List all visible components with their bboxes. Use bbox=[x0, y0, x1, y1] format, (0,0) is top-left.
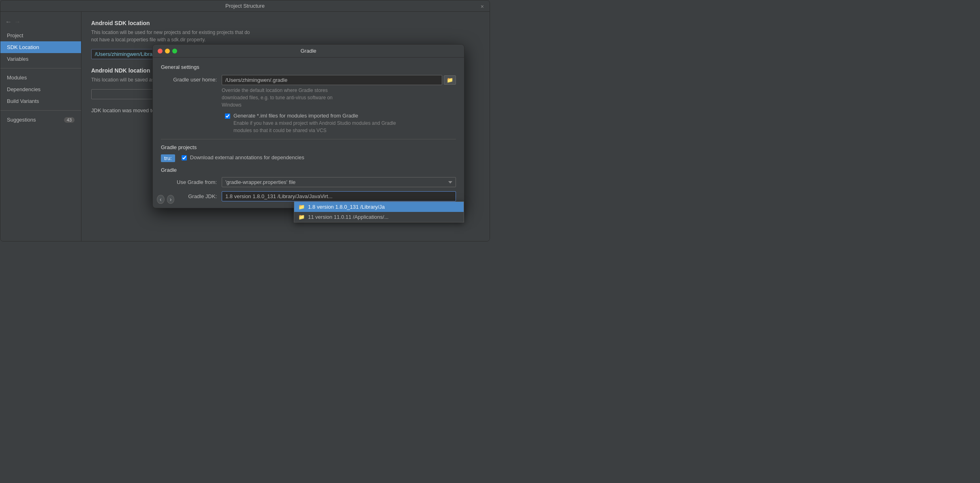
gradle-jdk-row: Gradle JDK: 📁 1.8 version 1.8.0_131 /Lib… bbox=[161, 191, 456, 201]
sidebar-item-suggestions[interactable]: Suggestions 43 bbox=[0, 114, 81, 126]
generate-iml-main-label: Generate *.iml files for modules importe… bbox=[233, 113, 456, 119]
maximize-traffic-light[interactable] bbox=[172, 49, 177, 53]
use-gradle-from-row: Use Gradle from: 'gradle-wrapper.propert… bbox=[161, 177, 456, 187]
forward-button[interactable]: → bbox=[14, 18, 21, 26]
back-button[interactable]: ← bbox=[5, 18, 12, 26]
suggestions-label: Suggestions bbox=[7, 117, 36, 123]
sdk-section-title: Android SDK location bbox=[91, 20, 480, 26]
gradle-user-home-row: Gradle user home: 📁 Override the default… bbox=[161, 75, 456, 109]
gradle-dialog: Gradle General settings Gradle user home… bbox=[152, 44, 464, 208]
title-bar: Project Structure × bbox=[0, 0, 490, 12]
gradle-subsection: Gradle Use Gradle from: 'gradle-wrapper.… bbox=[161, 167, 456, 201]
close-button[interactable]: × bbox=[481, 3, 484, 10]
use-gradle-from-select[interactable]: 'gradle-wrapper.properties' fileSpecifie… bbox=[222, 177, 456, 187]
jdk-option-1-icon: 📁 bbox=[298, 204, 305, 210]
generate-iml-label-area: Generate *.iml files for modules importe… bbox=[233, 113, 456, 134]
suggestions-badge: 43 bbox=[64, 117, 75, 123]
gradle-jdk-dropdown: 📁 1.8 version 1.8.0_131 /Library/Ja 📁 11… bbox=[294, 201, 464, 222]
sidebar-nav: ← → bbox=[0, 16, 81, 30]
jdk-option-2-text: 11 version 11.0.11 /Applications/... bbox=[308, 214, 389, 220]
sidebar-item-variables[interactable]: Variables bbox=[0, 53, 81, 65]
gradle-back-button[interactable]: ‹ bbox=[157, 195, 165, 204]
gradle-user-home-folder-button[interactable]: 📁 bbox=[444, 75, 456, 85]
sidebar-item-dependencies[interactable]: Dependencies bbox=[0, 83, 81, 95]
gradle-user-home-hint: Override the default location where Grad… bbox=[222, 87, 456, 109]
sdk-description: This location will be used for new proje… bbox=[91, 29, 480, 43]
window-title: Project Structure bbox=[225, 3, 265, 9]
general-settings-title: General settings bbox=[161, 64, 456, 70]
gradle-user-home-input-group: 📁 bbox=[222, 75, 456, 85]
sidebar-divider bbox=[0, 68, 81, 68]
generate-iml-row: Generate *.iml files for modules importe… bbox=[161, 113, 456, 134]
jdk-option-2-icon: 📁 bbox=[298, 214, 305, 220]
trust-cell: tru: bbox=[161, 154, 175, 162]
generate-iml-checkbox[interactable] bbox=[225, 113, 230, 119]
download-annotations-row: tru: Download external annotations for d… bbox=[161, 154, 456, 162]
sidebar-divider-2 bbox=[0, 110, 81, 111]
jdk-option-1[interactable]: 📁 1.8 version 1.8.0_131 /Library/Ja bbox=[294, 202, 464, 212]
gradle-user-home-input[interactable] bbox=[222, 75, 442, 85]
sidebar-item-project[interactable]: Project bbox=[0, 30, 81, 41]
gradle-divider bbox=[161, 139, 456, 139]
gradle-forward-button[interactable]: › bbox=[167, 195, 175, 204]
gradle-user-home-label: Gradle user home: bbox=[161, 75, 222, 83]
gradle-user-home-control: 📁 Override the default location where Gr… bbox=[222, 75, 456, 109]
gradle-projects-title: Gradle projects bbox=[161, 144, 456, 150]
gradle-title-bar: Gradle bbox=[153, 45, 464, 58]
generate-iml-hint: Enable if you have a mixed project with … bbox=[233, 120, 456, 134]
use-gradle-from-label: Use Gradle from: bbox=[161, 179, 222, 185]
gradle-jdk-input[interactable] bbox=[222, 191, 456, 201]
gradle-subsection-title: Gradle bbox=[161, 167, 456, 173]
traffic-lights bbox=[158, 49, 177, 53]
download-annotations-checkbox[interactable] bbox=[182, 155, 187, 160]
minimize-traffic-light[interactable] bbox=[165, 49, 170, 53]
sidebar: ← → Project SDK Location Variables Modul… bbox=[0, 12, 81, 241]
sidebar-item-build-variants[interactable]: Build Variants bbox=[0, 95, 81, 107]
main-window: Project Structure × ← → Project SDK Loca… bbox=[0, 0, 490, 242]
gradle-jdk-container: 📁 1.8 version 1.8.0_131 /Library/Ja 📁 11… bbox=[222, 191, 456, 201]
jdk-option-1-text: 1.8 version 1.8.0_131 /Library/Ja bbox=[308, 204, 385, 210]
close-traffic-light[interactable] bbox=[158, 49, 163, 53]
gradle-body: General settings Gradle user home: 📁 Ove… bbox=[153, 58, 464, 208]
sidebar-item-sdk-location[interactable]: SDK Location bbox=[0, 41, 81, 53]
jdk-option-2[interactable]: 📁 11 version 11.0.11 /Applications/... bbox=[294, 212, 464, 222]
download-annotations-label-area: Download external annotations for depend… bbox=[190, 154, 456, 160]
gradle-dialog-title: Gradle bbox=[300, 48, 316, 54]
sidebar-item-modules[interactable]: Modules bbox=[0, 72, 81, 83]
download-annotations-label: Download external annotations for depend… bbox=[190, 154, 456, 160]
